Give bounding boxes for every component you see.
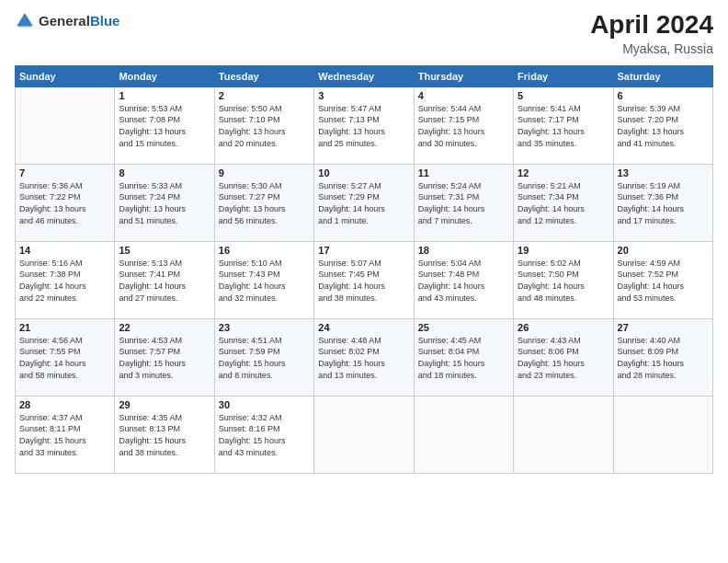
day-cell: 20Sunrise: 4:59 AMSunset: 7:52 PMDayligh… xyxy=(613,241,712,318)
logo-icon xyxy=(15,11,35,31)
day-cell: 8Sunrise: 5:33 AMSunset: 7:24 PMDaylight… xyxy=(115,164,214,241)
day-number: 21 xyxy=(19,322,110,333)
day-number: 25 xyxy=(418,322,509,333)
day-info: Sunrise: 4:40 AMSunset: 8:09 PMDaylight:… xyxy=(618,335,709,381)
day-cell xyxy=(514,396,613,473)
col-header-tuesday: Tuesday xyxy=(214,65,313,86)
col-header-thursday: Thursday xyxy=(414,65,513,86)
day-cell: 25Sunrise: 4:45 AMSunset: 8:04 PMDayligh… xyxy=(414,318,513,396)
day-info: Sunrise: 5:16 AMSunset: 7:38 PMDaylight:… xyxy=(19,258,110,304)
day-info: Sunrise: 5:30 AMSunset: 7:27 PMDaylight:… xyxy=(219,180,310,226)
day-info: Sunrise: 4:59 AMSunset: 7:52 PMDaylight:… xyxy=(618,258,709,304)
day-number: 13 xyxy=(618,167,709,178)
title-location: Myaksa, Russia xyxy=(590,41,713,56)
day-cell: 7Sunrise: 5:36 AMSunset: 7:22 PMDaylight… xyxy=(16,164,115,241)
day-number: 4 xyxy=(418,90,509,101)
day-number: 3 xyxy=(318,90,409,101)
day-info: Sunrise: 5:39 AMSunset: 7:20 PMDaylight:… xyxy=(618,103,709,149)
logo: GeneralBlue xyxy=(15,11,119,31)
day-info: Sunrise: 5:44 AMSunset: 7:15 PMDaylight:… xyxy=(418,103,509,149)
day-number: 28 xyxy=(19,399,110,410)
day-info: Sunrise: 5:53 AMSunset: 7:08 PMDaylight:… xyxy=(119,103,210,149)
day-number: 14 xyxy=(19,245,110,256)
col-header-sunday: Sunday xyxy=(16,65,115,86)
day-cell: 5Sunrise: 5:41 AMSunset: 7:17 PMDaylight… xyxy=(514,86,613,164)
week-row-5: 28Sunrise: 4:37 AMSunset: 8:11 PMDayligh… xyxy=(16,396,713,473)
day-info: Sunrise: 5:33 AMSunset: 7:24 PMDaylight:… xyxy=(119,180,210,226)
col-header-wednesday: Wednesday xyxy=(314,65,414,86)
day-info: Sunrise: 4:53 AMSunset: 7:57 PMDaylight:… xyxy=(119,335,210,381)
day-number: 20 xyxy=(618,245,709,256)
col-header-saturday: Saturday xyxy=(613,65,712,86)
day-cell: 3Sunrise: 5:47 AMSunset: 7:13 PMDaylight… xyxy=(314,86,414,164)
col-header-friday: Friday xyxy=(514,65,613,86)
day-number: 1 xyxy=(119,90,210,101)
day-cell: 13Sunrise: 5:19 AMSunset: 7:36 PMDayligh… xyxy=(613,164,712,241)
day-info: Sunrise: 5:02 AMSunset: 7:50 PMDaylight:… xyxy=(518,258,609,304)
day-number: 26 xyxy=(518,322,609,333)
day-number: 30 xyxy=(219,399,310,410)
day-cell: 27Sunrise: 4:40 AMSunset: 8:09 PMDayligh… xyxy=(613,318,712,396)
day-info: Sunrise: 5:07 AMSunset: 7:45 PMDaylight:… xyxy=(318,258,409,304)
day-cell: 10Sunrise: 5:27 AMSunset: 7:29 PMDayligh… xyxy=(314,164,414,241)
day-info: Sunrise: 4:37 AMSunset: 8:11 PMDaylight:… xyxy=(19,412,110,458)
day-info: Sunrise: 5:04 AMSunset: 7:48 PMDaylight:… xyxy=(418,258,509,304)
calendar: SundayMondayTuesdayWednesdayThursdayFrid… xyxy=(15,65,713,474)
day-number: 16 xyxy=(219,245,310,256)
day-cell: 23Sunrise: 4:51 AMSunset: 7:59 PMDayligh… xyxy=(214,318,313,396)
logo-general: General xyxy=(39,13,90,29)
day-number: 2 xyxy=(219,90,310,101)
day-number: 27 xyxy=(618,322,709,333)
day-info: Sunrise: 4:35 AMSunset: 8:13 PMDaylight:… xyxy=(119,412,210,458)
day-info: Sunrise: 4:48 AMSunset: 8:02 PMDaylight:… xyxy=(318,335,409,381)
day-cell xyxy=(314,396,414,473)
day-cell: 14Sunrise: 5:16 AMSunset: 7:38 PMDayligh… xyxy=(16,241,115,318)
day-info: Sunrise: 5:47 AMSunset: 7:13 PMDaylight:… xyxy=(318,103,409,149)
day-info: Sunrise: 4:56 AMSunset: 7:55 PMDaylight:… xyxy=(19,335,110,381)
day-cell: 28Sunrise: 4:37 AMSunset: 8:11 PMDayligh… xyxy=(16,396,115,473)
day-cell: 19Sunrise: 5:02 AMSunset: 7:50 PMDayligh… xyxy=(514,241,613,318)
title-block: April 2024 Myaksa, Russia xyxy=(590,11,713,56)
day-cell: 26Sunrise: 4:43 AMSunset: 8:06 PMDayligh… xyxy=(514,318,613,396)
day-cell: 9Sunrise: 5:30 AMSunset: 7:27 PMDaylight… xyxy=(214,164,313,241)
day-cell: 24Sunrise: 4:48 AMSunset: 8:02 PMDayligh… xyxy=(314,318,414,396)
day-info: Sunrise: 5:50 AMSunset: 7:10 PMDaylight:… xyxy=(219,103,310,149)
day-number: 19 xyxy=(518,245,609,256)
day-number: 24 xyxy=(318,322,409,333)
day-cell: 21Sunrise: 4:56 AMSunset: 7:55 PMDayligh… xyxy=(16,318,115,396)
day-number: 17 xyxy=(318,245,409,256)
day-cell: 11Sunrise: 5:24 AMSunset: 7:31 PMDayligh… xyxy=(414,164,513,241)
day-number: 6 xyxy=(618,90,709,101)
day-number: 18 xyxy=(418,245,509,256)
day-number: 22 xyxy=(119,322,210,333)
day-info: Sunrise: 5:41 AMSunset: 7:17 PMDaylight:… xyxy=(518,103,609,149)
day-cell: 22Sunrise: 4:53 AMSunset: 7:57 PMDayligh… xyxy=(115,318,214,396)
week-row-2: 7Sunrise: 5:36 AMSunset: 7:22 PMDaylight… xyxy=(16,164,713,241)
header: GeneralBlue April 2024 Myaksa, Russia xyxy=(15,11,713,56)
day-number: 29 xyxy=(119,399,210,410)
day-info: Sunrise: 5:19 AMSunset: 7:36 PMDaylight:… xyxy=(618,180,709,226)
day-number: 7 xyxy=(19,167,110,178)
title-month: April 2024 xyxy=(590,11,713,40)
day-cell: 30Sunrise: 4:32 AMSunset: 8:16 PMDayligh… xyxy=(214,396,313,473)
day-number: 23 xyxy=(219,322,310,333)
day-cell: 18Sunrise: 5:04 AMSunset: 7:48 PMDayligh… xyxy=(414,241,513,318)
day-cell xyxy=(414,396,513,473)
day-cell: 2Sunrise: 5:50 AMSunset: 7:10 PMDaylight… xyxy=(214,86,313,164)
day-cell: 12Sunrise: 5:21 AMSunset: 7:34 PMDayligh… xyxy=(514,164,613,241)
day-info: Sunrise: 5:24 AMSunset: 7:31 PMDaylight:… xyxy=(418,180,509,226)
day-number: 5 xyxy=(518,90,609,101)
day-info: Sunrise: 5:13 AMSunset: 7:41 PMDaylight:… xyxy=(119,258,210,304)
day-info: Sunrise: 5:27 AMSunset: 7:29 PMDaylight:… xyxy=(318,180,409,226)
page: GeneralBlue April 2024 Myaksa, Russia Su… xyxy=(0,0,728,481)
day-number: 9 xyxy=(219,167,310,178)
day-cell xyxy=(613,396,712,473)
day-info: Sunrise: 5:36 AMSunset: 7:22 PMDaylight:… xyxy=(19,180,110,226)
day-cell: 4Sunrise: 5:44 AMSunset: 7:15 PMDaylight… xyxy=(414,86,513,164)
day-info: Sunrise: 5:10 AMSunset: 7:43 PMDaylight:… xyxy=(219,258,310,304)
day-number: 11 xyxy=(418,167,509,178)
logo-blue: Blue xyxy=(90,13,120,29)
day-cell: 16Sunrise: 5:10 AMSunset: 7:43 PMDayligh… xyxy=(214,241,313,318)
day-number: 15 xyxy=(119,245,210,256)
col-header-monday: Monday xyxy=(115,65,214,86)
